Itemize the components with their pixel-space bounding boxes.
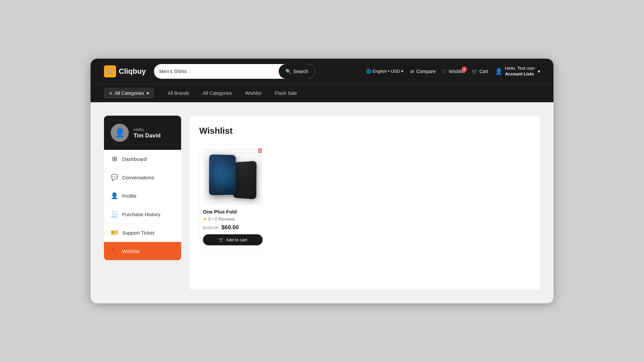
avatar: 👤 [111, 124, 129, 142]
cart-button[interactable]: 🛒 Cart [472, 69, 488, 74]
product-visual [209, 151, 256, 201]
nav-all-categories[interactable]: All Categories [203, 90, 232, 96]
wishlist-badge-count: 1 [462, 67, 467, 72]
sidebar-profile: 👤 Hello, Tim David [104, 116, 181, 150]
logo-icon: 🛒 [104, 65, 116, 77]
sidebar-hello: Hello, [133, 127, 145, 132]
old-price: $120.00 [203, 225, 219, 230]
lang-text: English • USD [373, 69, 400, 74]
search-bar: 🔍 Search [154, 64, 315, 79]
grid-icon: ⊞ [111, 155, 118, 163]
wishlist-product-card: 🗑 One Plus Fold ★ 0 • 0 Reviews [199, 144, 266, 249]
compare-button[interactable]: ⇄ Compare [410, 69, 436, 74]
sidebar-item-dashboard[interactable]: ⊞ Dashboard [104, 150, 181, 168]
all-categories-label: All Categories [115, 90, 144, 96]
chat-icon: 💬 [111, 174, 118, 181]
chevron-down-icon: ▾ [401, 69, 404, 74]
user-account-label: Account Lists [505, 71, 535, 77]
sidebar-item-support-ticket[interactable]: 🎫 Support Ticket [104, 224, 181, 242]
main-content: 👤 Hello, Tim David ⊞ Dashboard 💬 Convers… [91, 102, 553, 303]
sidebar-dashboard-label: Dashboard [122, 156, 147, 162]
wishlist-panel: Wishlist 🗑 One Plus Fold ★ 0 [189, 116, 540, 290]
wishlist-nav-button[interactable]: ♡ Wishlist 1 [442, 69, 465, 74]
rating-value: 0 [208, 217, 211, 222]
compare-label: Compare [416, 69, 436, 74]
rating-dot: • [212, 217, 214, 222]
wishlist-title: Wishlist [199, 126, 530, 136]
sidebar-menu: ⊞ Dashboard 💬 Conversations 👤 Profile 🧾 … [104, 150, 181, 260]
sidebar-purchase-history-label: Purchase History [122, 212, 160, 217]
compare-icon: ⇄ [410, 69, 414, 74]
user-icon: 👤 [495, 68, 502, 75]
menu-icon: ≡ [109, 90, 112, 96]
phone-screen [209, 155, 236, 195]
delete-wishlist-item-button[interactable]: 🗑 [257, 147, 263, 154]
phone-front [209, 155, 236, 195]
heart-icon: ♡ [442, 69, 447, 74]
sidebar-wishlist-label: Wishlist [122, 248, 140, 254]
user-hello: Hello, Test user [505, 66, 535, 71]
search-button[interactable]: 🔍 Search [279, 64, 315, 79]
product-image [203, 148, 263, 205]
new-price: $60.00 [221, 224, 239, 231]
sidebar-item-purchase-history[interactable]: 🧾 Purchase History [104, 205, 181, 224]
search-input[interactable] [154, 68, 279, 74]
product-name: One Plus Fold [203, 209, 263, 215]
sidebar-support-label: Support Ticket [122, 230, 154, 236]
search-label: Search [293, 69, 308, 74]
sidebar-item-conversations[interactable]: 💬 Conversations [104, 168, 181, 187]
navbar: ≡ All Categories ▾ All Brands All Catego… [91, 84, 553, 102]
cart-icon: 🛒 [472, 69, 477, 74]
search-icon: 🔍 [285, 69, 291, 74]
star-icon: ★ [203, 217, 207, 222]
nav-all-brands[interactable]: All Brands [168, 90, 189, 96]
product-price: $120.00 $60.00 [203, 224, 263, 231]
all-categories-button[interactable]: ≡ All Categories ▾ [104, 88, 154, 99]
product-rating: ★ 0 • 0 Reviews [203, 217, 263, 222]
nav-flash-sale[interactable]: Flash Sale [275, 90, 297, 96]
phone-back [233, 161, 257, 199]
cart-label: Cart [479, 69, 488, 74]
logo-text: Cliqbuy [119, 67, 146, 76]
language-selector[interactable]: 🌐 English • USD ▾ [366, 69, 404, 74]
sidebar: 👤 Hello, Tim David ⊞ Dashboard 💬 Convers… [104, 116, 181, 290]
cart-btn-icon: 🛒 [219, 237, 224, 242]
review-count: 0 Reviews [215, 217, 235, 222]
user-chevron-icon: ▾ [538, 69, 540, 74]
add-to-cart-button[interactable]: 🛒 Add to cart [203, 234, 263, 245]
sidebar-username: Tim David [133, 132, 161, 139]
sidebar-item-profile[interactable]: 👤 Profile [104, 187, 181, 205]
nav-wishlist[interactable]: Wishlist [245, 90, 261, 96]
globe-icon: 🌐 [366, 69, 371, 74]
all-categories-chevron-icon: ▾ [147, 90, 149, 96]
sidebar-item-wishlist[interactable]: 🔖 Wishlist [104, 242, 181, 260]
ticket-icon: 🎫 [111, 229, 118, 236]
sidebar-conversations-label: Conversations [122, 175, 154, 180]
receipt-icon: 🧾 [111, 210, 118, 218]
sidebar-profile-label: Profile [122, 193, 137, 199]
profile-icon: 👤 [111, 192, 118, 199]
add-to-cart-label: Add to cart [226, 237, 247, 242]
bookmark-icon: 🔖 [111, 247, 118, 255]
user-account-menu[interactable]: 👤 Hello, Test user Account Lists ▾ [495, 66, 540, 77]
logo[interactable]: 🛒 Cliqbuy [104, 65, 146, 77]
header-actions: 🌐 English • USD ▾ ⇄ Compare ♡ Wishlist 1… [366, 66, 540, 77]
